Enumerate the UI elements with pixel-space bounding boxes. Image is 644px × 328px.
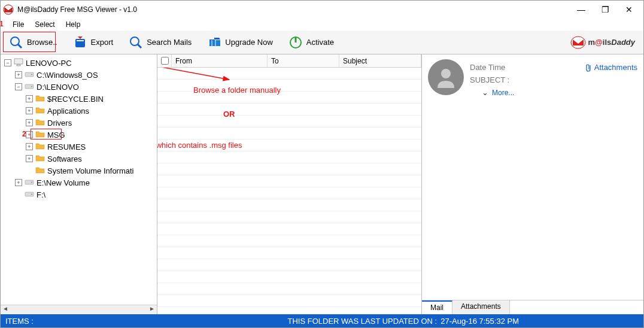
svg-rect-7 <box>209 40 220 46</box>
tree-hscroll[interactable]: ◄► <box>1 305 157 314</box>
status-updated-label: THIS FOLDER WAS LAST UPDATED ON : <box>288 317 438 326</box>
upgrade-button[interactable]: Upgrade Now <box>201 33 279 52</box>
table-row[interactable] <box>157 187 421 199</box>
select-all-checkbox[interactable] <box>161 57 169 65</box>
subject-label: SUBJECT : <box>470 75 512 84</box>
drive-icon <box>25 190 37 200</box>
avatar <box>428 59 464 95</box>
expand-toggle <box>15 191 22 198</box>
table-row[interactable] <box>157 175 421 187</box>
list-col-from[interactable]: From <box>172 54 268 67</box>
tree-node[interactable]: +$RECYCLE.BIN <box>2 93 156 105</box>
tab-attachments[interactable]: Attachments <box>452 300 510 314</box>
tree-node-label: LENOVO-PC <box>26 59 72 68</box>
tree-node[interactable]: +Applications <box>2 105 156 117</box>
close-button[interactable]: ✕ <box>617 1 641 18</box>
table-row[interactable] <box>157 223 421 235</box>
export-button[interactable]: Export <box>67 33 120 52</box>
tree-node[interactable]: +RESUMES <box>2 141 156 153</box>
browse-button[interactable]: Browse.. <box>3 33 63 52</box>
tab-mail[interactable]: Mail <box>422 300 452 314</box>
expand-toggle[interactable]: + <box>15 71 22 78</box>
expand-toggle[interactable]: − <box>4 59 11 66</box>
tree-node[interactable]: +C:\Windows8_OS <box>2 69 156 81</box>
table-row[interactable] <box>157 127 421 139</box>
minimize-button[interactable]: — <box>569 1 593 18</box>
svg-point-16 <box>31 74 32 75</box>
table-row[interactable] <box>157 271 421 283</box>
statusbar: ITEMS : THIS FOLDER WAS LAST UPDATED ON … <box>1 314 643 327</box>
tree-node-label: F:\ <box>37 190 45 199</box>
menu-select[interactable]: Select <box>30 19 59 30</box>
tree-node-label: C:\Windows8_OS <box>37 71 98 80</box>
activate-label: Activate <box>306 38 334 47</box>
menu-help[interactable]: Help <box>61 19 86 30</box>
activate-icon <box>288 35 303 50</box>
expand-toggle[interactable]: + <box>26 143 33 150</box>
search-mails-button[interactable]: Search Mails <box>123 33 198 52</box>
tree-node-label: RESUMES <box>47 142 86 151</box>
tree-node[interactable]: −D:\LENOVO <box>2 81 156 93</box>
table-row[interactable] <box>157 235 421 247</box>
table-row[interactable] <box>157 92 421 104</box>
table-row[interactable] <box>157 295 421 307</box>
pc-icon <box>14 58 26 68</box>
activate-button[interactable]: Activate <box>282 33 340 52</box>
preview-meta: Date Time Attachments SUBJECT : ⌄ More..… <box>470 59 637 101</box>
list-col-checkbox[interactable] <box>157 54 172 67</box>
upgrade-label: Upgrade Now <box>225 38 273 47</box>
svg-point-20 <box>31 181 32 183</box>
preview-panel: Date Time Attachments SUBJECT : ⌄ More..… <box>422 54 643 314</box>
tree-node-label: $RECYCLE.BIN <box>47 95 104 104</box>
tree-node[interactable]: System Volume Informati <box>2 165 156 177</box>
expand-toggle[interactable]: + <box>26 119 33 126</box>
tree-node-label: E:\New Volume <box>37 178 90 187</box>
list-col-to[interactable]: To <box>268 54 339 67</box>
table-row[interactable] <box>157 163 421 175</box>
table-row[interactable] <box>157 247 421 259</box>
expand-toggle[interactable]: + <box>26 155 33 162</box>
paperclip-icon <box>585 63 592 72</box>
list-col-subject[interactable]: Subject <box>339 54 421 67</box>
tree-node[interactable]: +MSG <box>2 129 156 141</box>
table-row[interactable] <box>157 283 421 295</box>
expand-toggle[interactable]: + <box>26 107 33 114</box>
tree-node[interactable]: +E:\New Volume <box>2 177 156 189</box>
table-row[interactable] <box>157 151 421 163</box>
table-row[interactable] <box>157 259 421 271</box>
preview-body <box>422 105 643 300</box>
table-row[interactable] <box>157 80 421 92</box>
expand-toggle[interactable]: + <box>26 95 33 102</box>
chevron-down-icon[interactable]: ⌄ <box>482 88 488 97</box>
tree-node[interactable]: F:\ <box>2 189 156 201</box>
menu-file[interactable]: File <box>8 19 29 30</box>
folder-icon <box>35 106 47 116</box>
svg-line-2 <box>18 44 22 48</box>
list-header: From To Subject <box>157 54 421 68</box>
tree-node[interactable]: −LENOVO-PC <box>2 57 156 69</box>
expand-toggle[interactable]: − <box>15 83 22 90</box>
table-row[interactable] <box>157 68 421 80</box>
attachments-link[interactable]: Attachments <box>585 63 637 72</box>
maximize-button[interactable]: ❐ <box>593 1 617 18</box>
table-row[interactable] <box>157 104 421 116</box>
browse-icon <box>9 35 23 50</box>
brand-logo: m@ilsDaddy <box>570 36 641 49</box>
folder-tree[interactable]: 2 −LENOVO-PC+C:\Windows8_OS−D:\LENOVO+$R… <box>1 54 157 314</box>
table-row[interactable] <box>157 199 421 211</box>
folder-icon <box>35 118 47 128</box>
expand-toggle <box>26 167 33 174</box>
tree-node[interactable]: +Drivers <box>2 117 156 129</box>
folder-icon <box>35 166 47 176</box>
svg-point-5 <box>130 37 139 45</box>
tree-node[interactable]: +Softwares <box>2 153 156 165</box>
table-row[interactable] <box>157 139 421 151</box>
more-link[interactable]: More... <box>492 89 514 97</box>
expand-toggle[interactable]: + <box>15 179 22 186</box>
main-area: 2 −LENOVO-PC+C:\Windows8_OS−D:\LENOVO+$R… <box>1 54 643 314</box>
tree-node-label: System Volume Informati <box>47 166 134 175</box>
expand-toggle[interactable]: + <box>26 131 33 138</box>
table-row[interactable] <box>157 211 421 223</box>
list-body[interactable]: Browse a folder manually OR Click on the… <box>157 68 421 314</box>
table-row[interactable] <box>157 116 421 127</box>
